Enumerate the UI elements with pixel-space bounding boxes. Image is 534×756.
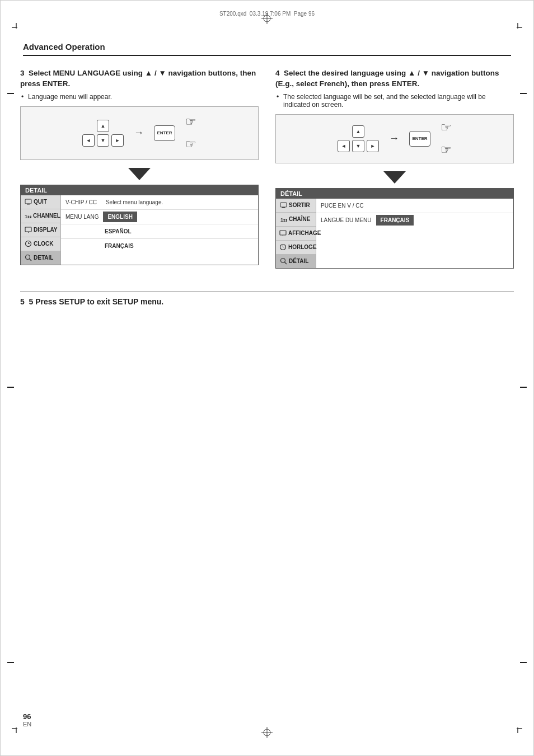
menu-row-espanol: ESPAÑOL (61, 224, 258, 239)
step3-menu-header: DETAIL (21, 185, 258, 195)
cross-mark-top (261, 13, 273, 26)
svg-rect-22 (282, 207, 285, 208)
side-dash-left-top (7, 93, 14, 94)
menu-item-detail-fr[interactable]: DÉTAIL (276, 255, 316, 268)
menu-item-horloge[interactable]: HORLOGE (276, 241, 316, 255)
menu-item-affichage[interactable]: AFFICHAGE (276, 227, 316, 241)
corner-br (513, 724, 522, 733)
step5-section: 5 5 Press SETUP to exit SETUP menu. (20, 291, 514, 306)
nav-btn-top-row-4: ▲ (352, 125, 364, 138)
svg-rect-21 (280, 203, 287, 207)
puce-label: PUCE EN V / CC (316, 200, 368, 211)
step5-heading: 5 5 Press SETUP to exit SETUP menu. (20, 297, 514, 306)
down-arrow-container (20, 168, 259, 180)
nav-btn-up[interactable]: ▲ (97, 120, 109, 132)
left-column: 3 Select MENU LANGUAGE using ▲ / ▼ navig… (20, 68, 259, 274)
nav-btn-top-row: ▲ (97, 120, 109, 132)
print-page: Page 96 (294, 11, 315, 17)
right-column: 4 Select the desired language using ▲ / … (275, 68, 514, 274)
menu-item-chaine-label: CHAÎNE (289, 216, 310, 222)
nav-arrow-right: → (134, 127, 144, 139)
francais-value[interactable]: FRANÇAIS (100, 241, 138, 251)
step4-num: 4 (275, 69, 280, 77)
step3-num: 3 (20, 69, 25, 77)
nav-btn-right[interactable]: ► (111, 134, 124, 147)
page-lang: EN (23, 721, 31, 727)
hand-icon-right-4: ☞ (441, 143, 452, 157)
nav-buttons-group: ▲ ◄ ▼ ► (82, 120, 124, 147)
down-arrow (128, 168, 151, 180)
step4-bullet: The selected language will be set, and t… (275, 93, 514, 109)
vchip-label: V-CHIP / CC (61, 197, 101, 208)
step4-heading: 4 Select the desired language using ▲ / … (275, 68, 514, 90)
menu-item-channel-label: CHANNEL (33, 213, 60, 219)
nav-arrow-right-4: → (389, 133, 399, 144)
menu-row-puce: PUCE EN V / CC (316, 199, 513, 213)
nav-btn-left[interactable]: ◄ (82, 134, 95, 147)
page-wrapper: ST200.qxd 03.3.19 7:06 PM Page 96 Advanc… (0, 0, 534, 756)
side-dash-right-top (520, 93, 527, 94)
menu-row-menulang: MENU LANG ENGLISH (61, 210, 258, 224)
enter-button[interactable]: ENTER (154, 125, 175, 141)
side-dash-left-mid (7, 387, 14, 388)
menu-item-channel[interactable]: 1₂₃ CHANNEL (21, 209, 60, 223)
step4-menu-header: DÉTAIL (276, 189, 513, 199)
hand-icon-right: ☞ (185, 137, 196, 152)
step5-text: 5 Press SETUP to exit SETUP menu. (29, 297, 164, 306)
clock-icon (24, 240, 32, 248)
svg-line-20 (29, 259, 31, 261)
cross-mark-bottom (261, 727, 273, 740)
sortir-tv-icon (279, 201, 287, 209)
page-number: 96 (23, 712, 31, 721)
tv-icon (24, 198, 32, 206)
svg-rect-14 (25, 227, 31, 232)
nav-btn-right-4[interactable]: ► (367, 140, 379, 152)
espanol-value[interactable]: ESPAÑOL (100, 226, 136, 237)
nav-btn-mid-row-4: ◄ ▼ ► (338, 140, 379, 152)
nav-btn-down[interactable]: ▼ (97, 134, 109, 147)
channel-icon: 1₂₃ (24, 212, 31, 220)
step4-menu-left: SORTIR 1₂₃ CHAÎNE AFFICHA (276, 199, 316, 268)
down-arrow-4 (383, 171, 406, 184)
menu-item-detail-fr-label: DÉTAIL (289, 258, 308, 264)
nav-btn-left-4[interactable]: ◄ (338, 140, 350, 152)
step4-menu-body: SORTIR 1₂₃ CHAÎNE AFFICHA (276, 199, 513, 268)
step4-menu-right: PUCE EN V / CC LANGUE DU MENU FRANÇAIS (316, 199, 513, 268)
menu-item-sortir[interactable]: SORTIR (276, 199, 316, 213)
side-dash-right-mid (520, 387, 527, 388)
step4-nav-illustration: ▲ ◄ ▼ ► → ENTER ☞ ☞ (275, 114, 514, 163)
step3-text: Select MENU LANGUAGE using ▲ / ▼ navigat… (20, 69, 256, 88)
nav-btn-down-4[interactable]: ▼ (352, 140, 364, 152)
hand-icon-left-4: ☞ (441, 120, 452, 135)
menu-row-vchip: V-CHIP / CC Select menu language. (61, 195, 258, 210)
menu-item-detail-label: DETAIL (34, 255, 53, 261)
enter-button-4[interactable]: ENTER (409, 131, 430, 147)
corner-tr (513, 23, 522, 32)
menu-item-display[interactable]: DISPLAY (21, 223, 60, 237)
menulang-english[interactable]: ENGLISH (103, 212, 137, 222)
menu-item-quit[interactable]: QUIT (21, 195, 60, 209)
menulang-label: MENU LANG (61, 212, 103, 222)
corner-tl (12, 23, 21, 32)
menu-item-quit-label: QUIT (34, 199, 47, 205)
menu-item-sortir-label: SORTIR (289, 202, 310, 208)
svg-line-30 (284, 262, 287, 265)
menu-item-chaine[interactable]: 1₂₃ CHAÎNE (276, 213, 316, 227)
svg-rect-24 (280, 231, 286, 235)
nav-buttons-group-4: ▲ ◄ ▼ ► (338, 125, 379, 152)
main-content: 3 Select MENU LANGUAGE using ▲ / ▼ navig… (20, 68, 514, 274)
svg-rect-12 (27, 204, 30, 205)
step4-detail-menu: DÉTAIL SORTIR 1₂₃ (275, 188, 514, 269)
menu-item-detail[interactable]: DETAIL (21, 251, 60, 265)
menu-row-francais: FRANÇAIS (61, 239, 258, 253)
chaine-icon: 1₂₃ (279, 215, 287, 223)
menu-row-langue: LANGUE DU MENU FRANÇAIS (316, 213, 513, 228)
menu-item-clock[interactable]: CLOCK (21, 237, 60, 251)
menu-item-clock-label: CLOCK (34, 241, 54, 247)
nav-btn-up-4[interactable]: ▲ (352, 125, 364, 138)
francais-selected[interactable]: FRANÇAIS (376, 215, 414, 226)
step3-detail-menu: DETAIL QUIT 1₂₃ CH (20, 185, 259, 265)
step5-num: 5 (20, 297, 25, 306)
step3-menu-right: V-CHIP / CC Select menu language. MENU L… (61, 195, 258, 265)
langue-label: LANGUE DU MENU (316, 215, 376, 226)
